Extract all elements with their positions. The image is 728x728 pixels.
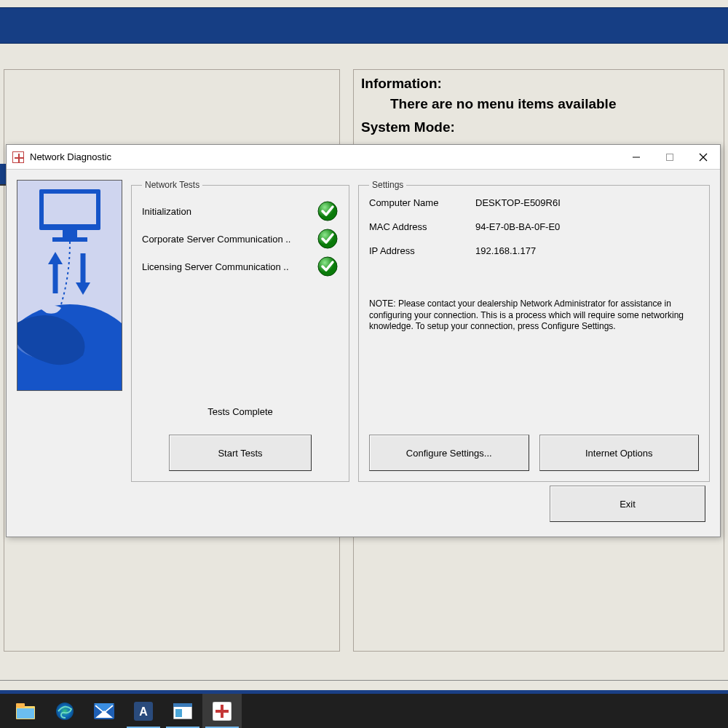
setting-value: 94-E7-0B-BA-0F-E0 xyxy=(475,221,560,232)
settings-note: NOTE: Please contact your dealership Net… xyxy=(369,298,699,333)
configure-settings-button[interactable]: Configure Settings... xyxy=(369,435,529,471)
check-icon xyxy=(317,256,339,277)
setting-label: IP Address xyxy=(369,245,475,256)
taskbar-medical-app[interactable] xyxy=(202,694,242,728)
taskbar: A xyxy=(0,694,728,728)
setting-label: MAC Address xyxy=(369,221,475,232)
check-icon xyxy=(317,200,339,222)
network-diagnostic-dialog: Network Diagnostic xyxy=(6,144,721,537)
taskbar-app-window[interactable] xyxy=(163,694,202,728)
setting-value: DESKTOP-E509R6I xyxy=(475,197,561,208)
settings-legend: Settings xyxy=(369,180,406,190)
medical-cross-icon xyxy=(12,151,24,163)
maximize-button[interactable] xyxy=(653,146,687,169)
svg-rect-1 xyxy=(667,154,673,160)
test-row-corporate: Corporate Server Communication .. xyxy=(142,225,339,253)
taskbar-app-a[interactable]: A xyxy=(124,694,163,728)
mail-icon xyxy=(94,703,114,719)
test-row-licensing: Licensing Server Communication .. xyxy=(142,253,339,280)
test-label: Initialization xyxy=(142,206,311,217)
bg-blue-band xyxy=(0,7,728,44)
svg-rect-25 xyxy=(173,703,192,707)
edge-icon xyxy=(55,702,74,721)
window-icon xyxy=(173,703,192,719)
minimize-button[interactable] xyxy=(620,146,653,169)
setting-row-computer-name: Computer Name DESKTOP-E509R6I xyxy=(369,197,699,208)
svg-line-3 xyxy=(700,154,707,161)
bg-top-strip xyxy=(0,0,728,7)
svg-rect-26 xyxy=(175,709,182,717)
a-icon: A xyxy=(134,702,153,721)
svg-marker-12 xyxy=(76,282,90,295)
exit-button[interactable]: Exit xyxy=(550,486,705,522)
svg-marker-10 xyxy=(48,252,63,264)
svg-rect-18 xyxy=(17,708,34,719)
settings-group: Settings Computer Name DESKTOP-E509R6I M… xyxy=(358,180,710,482)
tests-status-text: Tests Complete xyxy=(142,406,339,417)
svg-rect-7 xyxy=(63,230,77,237)
svg-rect-17 xyxy=(16,703,25,708)
file-explorer-icon xyxy=(16,703,35,719)
network-tests-group: Network Tests Initialization Corporate S… xyxy=(131,180,349,482)
svg-text:A: A xyxy=(139,705,148,718)
start-tests-button[interactable]: Start Tests xyxy=(169,435,312,471)
setting-row-ip: IP Address 192.168.1.177 xyxy=(369,245,699,256)
info-heading: Information: xyxy=(361,76,716,92)
svg-rect-6 xyxy=(44,194,96,224)
network-tests-legend: Network Tests xyxy=(142,180,202,190)
internet-options-button[interactable]: Internet Options xyxy=(539,435,700,471)
setting-label: Computer Name xyxy=(369,197,475,208)
check-icon xyxy=(317,228,339,250)
test-label: Corporate Server Communication .. xyxy=(142,234,311,245)
medical-cross-icon xyxy=(213,702,232,721)
dialog-title: Network Diagnostic xyxy=(30,151,111,162)
svg-line-2 xyxy=(700,154,707,161)
system-mode-heading: System Mode: xyxy=(361,119,716,135)
setting-value: 192.168.1.177 xyxy=(475,245,536,256)
test-label: Licensing Server Communication .. xyxy=(142,261,311,272)
svg-rect-29 xyxy=(215,710,229,713)
test-row-initialization: Initialization xyxy=(142,197,339,225)
info-message: There are no menu items available xyxy=(390,96,716,112)
close-button[interactable] xyxy=(687,146,720,169)
svg-rect-8 xyxy=(52,237,87,242)
titlebar[interactable]: Network Diagnostic xyxy=(7,145,720,170)
bg-bottom-band xyxy=(0,680,728,690)
bg-beige-band xyxy=(0,44,728,69)
bg-accent-bar xyxy=(0,164,6,186)
setting-row-mac: MAC Address 94-E7-0B-BA-0F-E0 xyxy=(369,221,699,232)
taskbar-mail[interactable] xyxy=(84,694,124,728)
network-graphic xyxy=(17,180,122,391)
taskbar-edge[interactable] xyxy=(45,694,84,728)
taskbar-file-explorer[interactable] xyxy=(6,694,45,728)
